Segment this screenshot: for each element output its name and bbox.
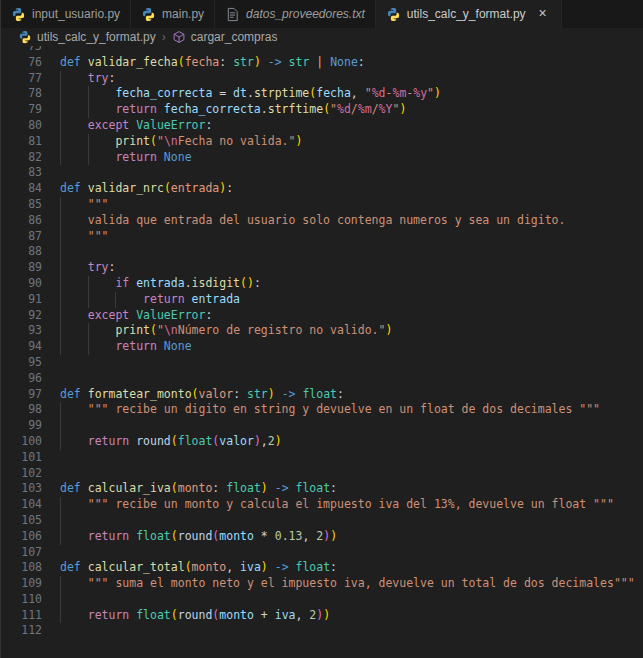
- tab-utils_calc_y_format.py[interactable]: utils_calc_y_format.py×: [376, 0, 562, 28]
- breadcrumb-file[interactable]: utils_calc_y_format.py: [37, 30, 156, 44]
- code-line[interactable]: 82 return None: [1, 150, 643, 166]
- line-number[interactable]: 83: [1, 165, 42, 181]
- line-number[interactable]: 100: [1, 434, 42, 450]
- line-number[interactable]: 110: [1, 592, 42, 608]
- editor-tab-bar: input_usuario.pymain.pydatos_proveedores…: [1, 0, 643, 28]
- code-line[interactable]: 84def validar_nrc(entrada):: [1, 181, 643, 197]
- line-number[interactable]: 106: [1, 529, 42, 545]
- code-line[interactable]: 102: [1, 466, 643, 482]
- code-line[interactable]: 112: [1, 623, 643, 639]
- line-number[interactable]: 112: [1, 623, 42, 639]
- code-line[interactable]: 105: [1, 513, 643, 529]
- line-number[interactable]: 108: [1, 560, 42, 576]
- line-number[interactable]: 77: [1, 71, 42, 87]
- token: ): [399, 102, 406, 116]
- line-number[interactable]: 80: [1, 118, 42, 134]
- code-line[interactable]: 76def validar_fecha(fecha: str) -> str |…: [1, 55, 643, 71]
- code-line[interactable]: 81 print("\nFecha no valida."): [1, 134, 643, 150]
- code-line[interactable]: 100 return round(float(valor),2): [1, 434, 643, 450]
- line-number[interactable]: 85: [1, 197, 42, 213]
- line-number[interactable]: 79: [1, 102, 42, 118]
- tab-main.py[interactable]: main.py: [131, 0, 215, 28]
- code-line[interactable]: 97def formatear_monto(valor: str) -> flo…: [1, 387, 643, 403]
- code-line[interactable]: 90 if entrada.isdigit():: [1, 276, 643, 292]
- code-line[interactable]: 111 return float(round(monto + iva, 2)): [1, 608, 643, 624]
- line-number[interactable]: 97: [1, 387, 42, 403]
- line-number[interactable]: 96: [1, 371, 42, 387]
- code-line[interactable]: 96: [1, 371, 643, 387]
- token: fecha: [185, 55, 220, 69]
- line-number[interactable]: 109: [1, 576, 42, 592]
- line-number[interactable]: 89: [1, 260, 42, 276]
- line-number[interactable]: 91: [1, 292, 42, 308]
- line-number[interactable]: 86: [1, 213, 42, 229]
- close-icon[interactable]: ×: [535, 6, 551, 22]
- line-number[interactable]: 95: [1, 355, 42, 371]
- line-number[interactable]: 93: [1, 323, 42, 339]
- code-line[interactable]: 92 except ValueError:: [1, 308, 643, 324]
- code-line[interactable]: 88: [1, 244, 643, 260]
- line-number[interactable]: 103: [1, 481, 42, 497]
- line-number[interactable]: 87: [1, 229, 42, 245]
- indent-guide: [60, 529, 62, 545]
- code-text: return entrada: [60, 292, 643, 308]
- code-line[interactable]: 109 """ suma el monto neto y el impuesto…: [1, 576, 643, 592]
- token: isdigit: [192, 276, 240, 290]
- code-text: """: [60, 229, 643, 245]
- code-line[interactable]: 107: [1, 545, 643, 561]
- code-line[interactable]: 79 return fecha_correcta.strftime("%d/%m…: [1, 102, 643, 118]
- token: ,: [351, 86, 365, 100]
- code-line[interactable]: 95: [1, 355, 643, 371]
- line-number[interactable]: 99: [1, 418, 42, 434]
- code-line[interactable]: 87 """: [1, 229, 643, 245]
- indent-guide: [60, 292, 62, 308]
- token: :: [330, 481, 337, 495]
- token: :: [219, 55, 233, 69]
- code-line[interactable]: 106 return float(round(monto * 0.13, 2)): [1, 529, 643, 545]
- line-number[interactable]: 84: [1, 181, 42, 197]
- line-number[interactable]: 92: [1, 308, 42, 324]
- indent-guide: [115, 292, 117, 308]
- line-number[interactable]: 90: [1, 276, 42, 292]
- line-number[interactable]: 76: [1, 55, 42, 71]
- code-line[interactable]: 85 """: [1, 197, 643, 213]
- code-line[interactable]: 75: [1, 46, 643, 55]
- code-line[interactable]: 89 try:: [1, 260, 643, 276]
- line-number[interactable]: 82: [1, 150, 42, 166]
- line-number[interactable]: 111: [1, 608, 42, 624]
- breadcrumb-symbol[interactable]: cargar_compras: [191, 30, 278, 44]
- line-number[interactable]: 94: [1, 339, 42, 355]
- code-line[interactable]: 83: [1, 165, 643, 181]
- line-number[interactable]: 78: [1, 86, 42, 102]
- code-line[interactable]: 108def calcular_total(monto, iva) -> flo…: [1, 560, 643, 576]
- token: float: [136, 529, 171, 543]
- code-line[interactable]: 98 """ recibe un digito en string y devu…: [1, 402, 643, 418]
- indent-guide: [88, 134, 90, 150]
- code-line[interactable]: 104 """ recibe un monto y calcula el imp…: [1, 497, 643, 513]
- code-line[interactable]: 78 fecha_correcta = dt.strptime(fecha, "…: [1, 86, 643, 102]
- code-line[interactable]: 77 try:: [1, 71, 643, 87]
- code-line[interactable]: 91 return entrada: [1, 292, 643, 308]
- code-text: [60, 592, 643, 608]
- code-line[interactable]: 103def calcular_iva(monto: float) -> flo…: [1, 481, 643, 497]
- code-editor[interactable]: 7576def validar_fecha(fecha: str) -> str…: [1, 46, 643, 658]
- line-number[interactable]: 81: [1, 134, 42, 150]
- tab-datos_proveedores.txt[interactable]: datos_proveedores.txt: [215, 0, 376, 28]
- code-line[interactable]: 99: [1, 418, 643, 434]
- code-line[interactable]: 101: [1, 450, 643, 466]
- line-number[interactable]: 75: [1, 46, 42, 55]
- code-line[interactable]: 86 valida que entrada del usuario solo c…: [1, 213, 643, 229]
- line-number[interactable]: 107: [1, 545, 42, 561]
- code-line[interactable]: 110: [1, 592, 643, 608]
- line-number[interactable]: 102: [1, 466, 42, 482]
- code-line[interactable]: 80 except ValueError:: [1, 118, 643, 134]
- line-number[interactable]: 104: [1, 497, 42, 513]
- code-line[interactable]: 94 return None: [1, 339, 643, 355]
- code-text: [60, 418, 643, 434]
- line-number[interactable]: 101: [1, 450, 42, 466]
- line-number[interactable]: 105: [1, 513, 42, 529]
- line-number[interactable]: 88: [1, 244, 42, 260]
- code-line[interactable]: 93 print("\nNúmero de registro no valido…: [1, 323, 643, 339]
- line-number[interactable]: 98: [1, 402, 42, 418]
- tab-input_usuario.py[interactable]: input_usuario.py: [1, 0, 131, 28]
